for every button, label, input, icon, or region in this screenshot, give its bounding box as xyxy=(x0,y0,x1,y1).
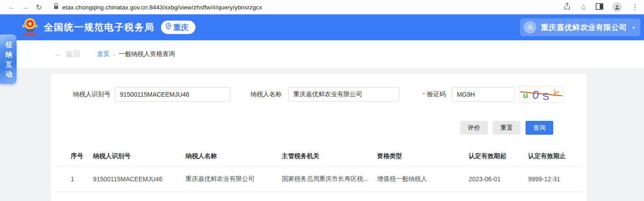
cell-qualification-type: 增值税一般纳税人 xyxy=(368,167,460,192)
breadcrumb-home[interactable]: 首页 xyxy=(97,50,110,58)
browser-toolbar: ← → ↻ etax.chongqing.chinatax.gov.cn:844… xyxy=(0,0,644,14)
location-pin-icon xyxy=(165,23,171,32)
taxpayer-id-input[interactable] xyxy=(115,87,230,102)
captcha-char-4: Y xyxy=(551,87,561,99)
back-icon[interactable]: ← xyxy=(5,3,19,12)
cell-taxpayer-id: 91500115MACEEMJU46 xyxy=(84,167,177,192)
back-arrow-icon[interactable]: ← xyxy=(54,49,62,59)
col-header-qualification-type: 资格类型 xyxy=(368,150,460,167)
reload-icon[interactable]: ↻ xyxy=(32,3,46,12)
table-row: 1 91500115MACEEMJU46 重庆嘉优鲜农业有限公司 国家税务总局重… xyxy=(55,167,583,192)
browser-menu-icon[interactable]: ⋮ xyxy=(631,4,639,11)
action-buttons: 评价 重置 查询 xyxy=(51,121,587,135)
query-form: 纳税人识别号 纳税人名称 * 验证码 u 0 S Y xyxy=(51,74,587,103)
cell-taxpayer-name: 重庆嘉优鲜农业有限公司 xyxy=(177,167,273,192)
taxpayer-id-label: 纳税人识别号 xyxy=(73,90,110,98)
location-badge[interactable]: 重庆 xyxy=(161,21,195,34)
app-title: 全国统一规范电子税务局 xyxy=(44,21,155,34)
content-background: 纳税人识别号 纳税人名称 * 验证码 u 0 S Y xyxy=(0,68,644,201)
captcha-input[interactable] xyxy=(452,87,515,102)
share-icon[interactable] xyxy=(563,2,571,12)
account-name: 重庆嘉优鲜农业有限公司 xyxy=(541,22,627,33)
address-bar[interactable]: etax.chongqing.chinatax.gov.cn:8443/xxbg… xyxy=(54,3,262,11)
url-text[interactable]: etax.chongqing.chinatax.gov.cn:8443/xxbg… xyxy=(62,4,262,11)
captcha-char-1: u xyxy=(522,90,529,100)
interaction-side-tab[interactable]: 征纳互动 xyxy=(0,34,17,84)
cell-valid-to: 9999-12-31 xyxy=(519,167,583,192)
forward-icon[interactable]: → xyxy=(19,3,32,12)
reset-button[interactable]: 重置 xyxy=(493,121,521,135)
breadcrumb-separator: › xyxy=(113,51,115,58)
chevron-down-icon: ▾ xyxy=(632,25,635,30)
cell-valid-from: 2023-06-01 xyxy=(460,167,519,192)
cell-tax-authority: 国家税务总局重庆市长寿区税... xyxy=(273,167,368,192)
query-button[interactable]: 查询 xyxy=(525,121,553,135)
query-card: 纳税人识别号 纳税人名称 * 验证码 u 0 S Y xyxy=(51,74,587,201)
breadcrumb: ← 返回 首页 › 一般纳税人资格查询 xyxy=(0,40,644,68)
tax-bureau-logo-icon: 中国税务 xyxy=(21,17,38,38)
results-table: 序号 纳税人识别号 纳税人名称 主管税务机关 资格类型 认定有效期起 认定有效期… xyxy=(55,150,583,192)
captcha-image[interactable]: u 0 S Y xyxy=(519,86,564,103)
col-header-tax-authority: 主管税务机关 xyxy=(273,150,368,167)
captcha-label: 验证码 xyxy=(427,90,445,98)
captcha-char-2: 0 xyxy=(531,87,541,102)
col-header-valid-to: 认定有效期止 xyxy=(519,150,583,167)
col-header-seq: 序号 xyxy=(55,150,84,167)
captcha-char-3: S xyxy=(542,90,550,102)
bookmark-star-icon[interactable]: ☆ xyxy=(580,4,587,11)
side-tab-label: 征纳互动 xyxy=(4,40,11,79)
app-header: 中国税务 全国统一规范电子税务局 重庆 重庆嘉优鲜农业有限公司 ▾ 征纳互动 xyxy=(0,14,644,40)
logo-caption: 中国税务 xyxy=(23,33,37,37)
browser-profile-avatar[interactable] xyxy=(612,2,622,12)
col-header-taxpayer-id: 纳税人识别号 xyxy=(84,150,177,167)
required-marker: * xyxy=(423,91,425,98)
table-header-row: 序号 纳税人识别号 纳税人名称 主管税务机关 资格类型 认定有效期起 认定有效期… xyxy=(55,150,583,167)
taxpayer-name-label: 纳税人名称 xyxy=(250,90,282,98)
account-avatar-icon xyxy=(524,21,536,34)
evaluate-button[interactable]: 评价 xyxy=(460,121,488,135)
location-label: 重庆 xyxy=(174,22,189,33)
cell-seq: 1 xyxy=(55,167,84,192)
page-title: 一般纳税人资格查询 xyxy=(119,50,175,58)
col-header-valid-from: 认定有效期起 xyxy=(460,150,519,167)
col-header-taxpayer-name: 纳税人名称 xyxy=(177,150,273,167)
back-button[interactable]: 返回 xyxy=(66,50,80,59)
taxpayer-name-input[interactable] xyxy=(288,87,399,102)
account-menu[interactable]: 重庆嘉优鲜农业有限公司 ▾ xyxy=(520,18,640,36)
lock-icon xyxy=(54,3,59,11)
side-panel-icon[interactable] xyxy=(596,3,603,12)
